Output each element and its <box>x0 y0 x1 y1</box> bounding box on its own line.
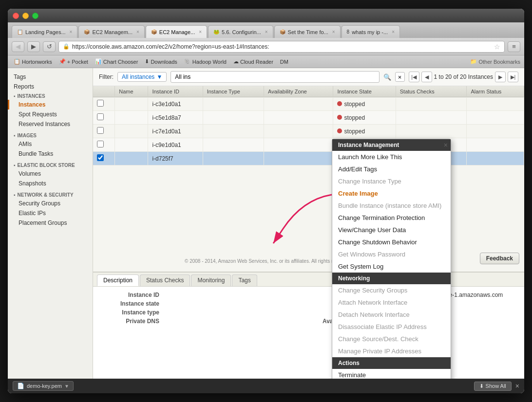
col-alarm[interactable]: Alarm Status <box>467 86 524 97</box>
close-filter-button[interactable]: × <box>395 72 405 82</box>
tab-description[interactable]: Description <box>97 274 139 286</box>
tab-5[interactable]: 📦 Set the Time fo... × <box>274 25 341 38</box>
prev-page-button[interactable]: ◀ <box>421 72 432 82</box>
bookmark-dm[interactable]: DM <box>278 59 290 65</box>
bookmark-star-icon[interactable]: ☆ <box>494 43 500 51</box>
next-page-button[interactable]: ▶ <box>495 72 506 82</box>
feedback-button[interactable]: Feedback <box>480 253 519 264</box>
tab-6-close[interactable]: × <box>392 29 395 35</box>
table-row[interactable]: i-c9e1d0a1 stopped <box>93 138 524 152</box>
refresh-button[interactable]: ↺ <box>43 41 56 52</box>
table-row[interactable]: i-c7e1d0a1 stopped <box>93 125 524 138</box>
collapse-ebs-icon[interactable]: ▪ <box>14 163 16 168</box>
bookmark-cloud-reader[interactable]: ☁ Cloud Reader <box>231 58 275 65</box>
tab-monitoring[interactable]: Monitoring <box>191 274 231 286</box>
menu-item-change-security-groups[interactable]: Change Security Groups <box>332 284 451 296</box>
tab-3-close[interactable]: × <box>199 29 202 35</box>
row-4-checkbox[interactable] <box>97 141 104 147</box>
menu-item-launch-more[interactable]: Launch More Like This <box>332 151 451 163</box>
menu-item-add-edit-tags[interactable]: Add/Edit Tags <box>332 163 451 175</box>
col-state[interactable]: Instance State <box>333 86 396 97</box>
menu-close-button[interactable]: × <box>444 141 448 149</box>
menu-item-manage-private-ip[interactable]: Manage Private IP Addresses <box>332 345 451 357</box>
bookmark-hadoop[interactable]: 🐘 Hadoop World <box>182 58 228 65</box>
row-2-state: stopped <box>333 111 396 125</box>
back-button[interactable]: ◀ <box>12 41 24 52</box>
row-2-az <box>264 111 333 125</box>
menu-item-create-image[interactable]: Create Image <box>332 187 451 200</box>
menu-item-terminate[interactable]: Terminate <box>332 369 451 379</box>
menu-item-change-shutdown[interactable]: Change Shutdown Behavior <box>332 236 451 248</box>
last-page-button[interactable]: ▶| <box>508 72 518 82</box>
bookmark-chart-chooser[interactable]: 📊 Chart Chooser <box>93 58 140 65</box>
col-name[interactable]: Name <box>115 86 148 97</box>
sidebar-item-spot-requests[interactable]: Spot Requests <box>8 110 93 119</box>
tab-1[interactable]: 📋 Landing Pages... × <box>12 25 77 38</box>
address-bar[interactable]: 🔒 https://console.aws.amazon.com/ec2/v2/… <box>58 41 505 53</box>
maximize-button[interactable] <box>32 13 38 19</box>
menu-item-get-system-log[interactable]: Get System Log <box>332 260 451 273</box>
collapse-network-icon[interactable]: ▪ <box>14 192 16 198</box>
table-row[interactable]: i-c5e1d8a7 stopped <box>93 111 524 125</box>
menu-item-disassociate-elastic-ip[interactable]: Disassociate Elastic IP Address <box>332 321 451 333</box>
filter-input[interactable] <box>171 71 379 83</box>
tab-4-close[interactable]: × <box>265 29 268 35</box>
show-all-button[interactable]: ⬇ Show All <box>474 382 512 391</box>
footer-file-item[interactable]: 📄 demo-key.pem ▼ <box>13 381 74 391</box>
sidebar-item-volumes[interactable]: Volumes <box>8 169 93 179</box>
forward-button[interactable]: ▶ <box>27 41 40 52</box>
footer-close-button[interactable]: × <box>515 382 519 390</box>
tab-6[interactable]: 8 whats my ip -... × <box>342 25 400 38</box>
menu-item-get-windows-password[interactable]: Get Windows Password <box>332 248 451 260</box>
bookmark-hortonworks[interactable]: 📋 Hortonworks <box>12 58 54 65</box>
tab-tags[interactable]: Tags <box>232 274 257 286</box>
tab-status-checks[interactable]: Status Checks <box>140 274 190 286</box>
menu-item-change-source-dest[interactable]: Change Source/Dest. Check <box>332 333 451 345</box>
minimize-button[interactable] <box>22 13 29 19</box>
first-page-button[interactable]: |◀ <box>409 72 419 82</box>
sidebar-item-tags[interactable]: Tags <box>8 72 93 82</box>
menu-button[interactable]: ≡ <box>508 41 520 52</box>
sidebar-item-bundle-tasks[interactable]: Bundle Tasks <box>8 149 93 159</box>
sidebar-item-elastic-ips[interactable]: Elastic IPs <box>8 208 93 218</box>
close-button[interactable] <box>13 13 19 19</box>
sidebar-item-reports[interactable]: Reports <box>8 82 93 91</box>
bookmark-pocket[interactable]: 📌 + Pocket <box>57 58 90 65</box>
sidebar-item-placement-groups[interactable]: Placement Groups <box>8 218 93 228</box>
menu-item-bundle-instance[interactable]: Bundle Instance (instance store AMI) <box>332 200 451 212</box>
bookmark-downloads[interactable]: ⬇ Downloads <box>143 58 179 65</box>
menu-item-change-termination[interactable]: Change Termination Protection <box>332 212 451 224</box>
col-status-checks[interactable]: Status Checks <box>396 86 467 97</box>
menu-item-change-instance-type[interactable]: Change Instance Type <box>332 175 451 187</box>
row-5-az <box>264 152 333 165</box>
table-row-selected[interactable]: i-d725f7 running ✅ 2/2 checks p <box>93 152 524 165</box>
tab-3[interactable]: 📦 EC2 Manage... × <box>146 25 207 38</box>
tab-2[interactable]: 📦 EC2 Managem... × <box>78 25 144 38</box>
other-bookmarks[interactable]: 📁 Other Bookmarks <box>470 58 520 65</box>
sidebar-item-instances[interactable]: Instances <box>8 100 93 110</box>
sidebar-item-security-groups[interactable]: Security Groups <box>8 199 93 208</box>
menu-item-view-user-data[interactable]: View/Change User Data <box>332 224 451 236</box>
col-az[interactable]: Availability Zone <box>264 86 333 97</box>
footer-dropdown-icon[interactable]: ▼ <box>64 384 69 389</box>
col-instance-id[interactable]: Instance ID <box>148 86 203 97</box>
tab-1-close[interactable]: × <box>70 29 73 35</box>
menu-item-detach-network-interface[interactable]: Detach Network Interface <box>332 309 451 321</box>
sidebar-item-reserved-instances[interactable]: Reserved Instances <box>8 119 93 129</box>
row-5-checkbox[interactable] <box>97 154 104 161</box>
col-instance-type[interactable]: Instance Type <box>203 86 264 97</box>
collapse-icon[interactable]: ▪ <box>14 93 16 99</box>
tab-2-close[interactable]: × <box>136 29 139 35</box>
sidebar-item-snapshots[interactable]: Snapshots <box>8 179 93 188</box>
table-row[interactable]: i-c3e1d0a1 stopped <box>93 97 524 111</box>
filter-dropdown[interactable]: All instances ▼ <box>117 72 167 82</box>
tab-4[interactable]: 🐸 5.6. Configurin... × <box>208 25 273 38</box>
menu-item-attach-network-interface[interactable]: Attach Network Interface <box>332 296 451 309</box>
tab-5-close[interactable]: × <box>332 29 335 35</box>
row-1-checkbox[interactable] <box>97 100 104 107</box>
sidebar-section-header-instances: ▪ INSTANCES <box>8 91 93 100</box>
row-3-checkbox[interactable] <box>97 127 104 134</box>
collapse-images-icon[interactable]: ▪ <box>14 133 16 138</box>
row-2-checkbox[interactable] <box>97 113 104 120</box>
sidebar-item-amis[interactable]: AMIs <box>8 139 93 149</box>
